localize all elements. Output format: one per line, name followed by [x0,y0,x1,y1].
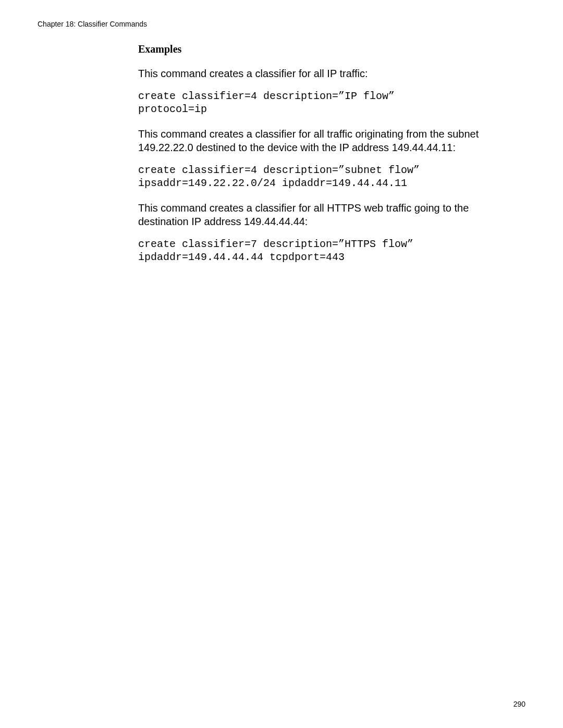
paragraph-2: This command creates a classifier for al… [138,127,513,154]
section-heading-examples: Examples [138,43,513,55]
page-number: 290 [513,700,525,708]
chapter-header: Chapter 18: Classifier Commands [38,20,147,28]
paragraph-1: This command creates a classifier for al… [138,67,513,80]
code-block-1: create classifier=4 description=”IP flow… [138,90,513,116]
paragraph-3: This command creates a classifier for al… [138,201,513,228]
code-block-2: create classifier=4 description=”subnet … [138,164,513,190]
code-block-3: create classifier=7 description=”HTTPS f… [138,238,513,264]
main-content: Examples This command creates a classifi… [138,43,513,275]
